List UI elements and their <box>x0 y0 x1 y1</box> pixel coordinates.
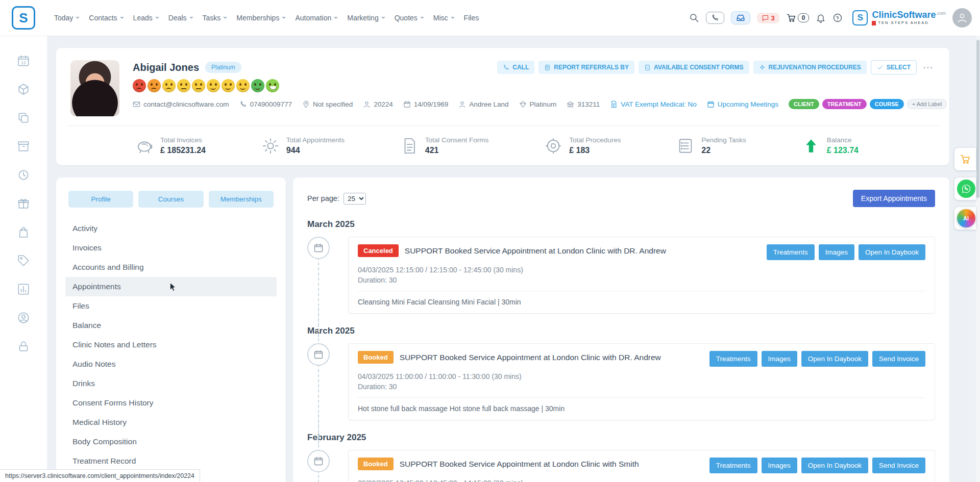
available-consent-forms-button[interactable]: AVAILABLE CONSENT FORMS <box>639 61 749 74</box>
client-phone[interactable]: 07490009777 <box>239 100 292 108</box>
menu-item-files[interactable]: Files <box>65 296 277 316</box>
user-avatar[interactable] <box>952 8 972 28</box>
mood-emoji[interactable] <box>192 79 205 92</box>
cart-button[interactable]: 0 <box>786 13 810 23</box>
brand-logo[interactable]: S ClinicSoftware.com TEN STEPS AHEAD <box>852 10 946 26</box>
mood-emoji[interactable] <box>177 79 190 92</box>
copy-icon[interactable] <box>17 111 30 124</box>
open-in-daybook-button[interactable]: Open In Daybook <box>801 351 868 367</box>
report-referrals-button[interactable]: REPORT REFERRALS BY <box>538 61 634 74</box>
images-button[interactable]: Images <box>819 244 854 260</box>
nav-item-marketing[interactable]: Marketing <box>347 14 385 22</box>
chat-notifications-button[interactable]: 3 <box>757 13 779 23</box>
archive-icon[interactable] <box>17 140 30 153</box>
call-button[interactable]: CALL <box>497 61 534 74</box>
help-icon[interactable] <box>832 13 843 23</box>
timeline-calendar-icon[interactable] <box>307 450 330 472</box>
menu-item-invoices[interactable]: Invoices <box>65 238 277 258</box>
status-badge: Booked <box>358 351 394 364</box>
label-client[interactable]: CLIENT <box>789 99 819 109</box>
images-button[interactable]: Images <box>762 458 797 473</box>
timeline-calendar-icon[interactable] <box>307 343 330 366</box>
reports-icon[interactable] <box>17 283 30 296</box>
mood-emoji[interactable] <box>162 79 176 92</box>
chevron-down-icon <box>334 17 338 19</box>
whatsapp-widget[interactable] <box>954 177 976 200</box>
nav-item-automation[interactable]: Automation <box>295 14 338 22</box>
nav-item-deals[interactable]: Deals <box>168 14 193 22</box>
menu-item-drinks[interactable]: Drinks <box>65 374 277 393</box>
treatments-button[interactable]: Treatments <box>709 351 757 367</box>
menu-item-body-composition[interactable]: Body Composition <box>65 432 277 451</box>
send-invoice-button[interactable]: Send Invoice <box>872 351 925 367</box>
per-page-select[interactable]: 25 <box>344 193 366 205</box>
menu-item-accounts-and-billing[interactable]: Accounts and Billing <box>65 258 277 277</box>
app-logo[interactable]: S <box>0 6 47 30</box>
dialer-button[interactable] <box>706 12 724 24</box>
open-in-daybook-button[interactable]: Open In Daybook <box>859 244 925 260</box>
menu-item-treatment-record[interactable]: Treatment Record <box>65 451 277 471</box>
tab-profile[interactable]: Profile <box>68 191 133 208</box>
account-icon[interactable] <box>17 311 30 324</box>
menu-item-audio-notes[interactable]: Audio Notes <box>65 354 277 374</box>
menu-item-clinic-notes-and-letters[interactable]: Clinic Notes and Letters <box>65 335 277 354</box>
tab-memberships[interactable]: Memberships <box>209 191 274 208</box>
menu-item-medical-history[interactable]: Medical History <box>65 413 277 432</box>
bell-icon[interactable] <box>816 13 826 23</box>
cart-widget[interactable] <box>954 148 976 170</box>
mood-emoji[interactable] <box>133 79 146 92</box>
nav-item-files[interactable]: Files <box>464 14 479 22</box>
menu-item-balance[interactable]: Balance <box>65 316 277 335</box>
history-icon[interactable] <box>17 168 30 182</box>
treatments-button[interactable]: Treatments <box>767 244 815 260</box>
more-actions-button[interactable]: ⋯ <box>921 61 935 73</box>
mood-rating-row <box>133 79 935 92</box>
lock-icon[interactable] <box>17 340 30 353</box>
client-photo[interactable] <box>70 60 119 116</box>
timeline-calendar-icon[interactable] <box>307 237 330 259</box>
nav-item-contacts[interactable]: Contacts <box>89 14 124 22</box>
nav-item-misc[interactable]: Misc <box>433 14 455 22</box>
diamond-icon <box>519 100 527 108</box>
menu-item-consent-forms-history[interactable]: Consent Forms History <box>65 393 277 413</box>
mood-emoji[interactable] <box>236 79 250 92</box>
shopping-bag-icon[interactable] <box>17 225 30 239</box>
nav-item-tasks[interactable]: Tasks <box>203 14 228 22</box>
inbox-button[interactable] <box>731 11 750 24</box>
products-icon[interactable] <box>17 83 30 96</box>
upcoming-meetings-link[interactable]: Upcoming Meetings <box>707 100 778 108</box>
scrollbar-thumb[interactable] <box>976 40 979 198</box>
appointment-title: SUPPORT Booked Service Appointment at Lo… <box>400 458 639 469</box>
treatments-button[interactable]: Treatments <box>709 458 757 473</box>
search-icon[interactable] <box>689 13 699 23</box>
open-in-daybook-button[interactable]: Open In Daybook <box>801 458 868 473</box>
nav-item-leads[interactable]: Leads <box>133 14 159 22</box>
nav-item-memberships[interactable]: Memberships <box>236 14 286 22</box>
tag-icon[interactable] <box>17 254 30 267</box>
gift-icon[interactable] <box>17 197 30 210</box>
label-treatment[interactable]: TREATMENT <box>822 99 867 109</box>
mood-emoji[interactable] <box>251 79 264 92</box>
ai-widget[interactable]: AI <box>954 207 976 230</box>
mood-emoji[interactable] <box>222 79 235 92</box>
export-appointments-button[interactable]: Export Appointments <box>853 190 935 207</box>
images-button[interactable]: Images <box>762 351 797 367</box>
mood-emoji[interactable] <box>148 79 161 92</box>
mood-emoji[interactable] <box>207 79 220 92</box>
tab-courses[interactable]: Courses <box>138 191 203 208</box>
select-button[interactable]: SELECT <box>871 60 917 74</box>
menu-item-activity[interactable]: Activity <box>65 219 277 238</box>
send-invoice-button[interactable]: Send Invoice <box>872 458 925 473</box>
client-vat-status[interactable]: VAT Exempt Medical: No <box>610 100 697 108</box>
appointment-group: March 2025 Booked SUPPORT Booked Service… <box>307 326 935 420</box>
mood-emoji[interactable] <box>266 79 279 92</box>
client-email[interactable]: contact@clinicsoftware.com <box>133 100 229 108</box>
add-label-button[interactable]: + Add Label <box>907 99 947 109</box>
nav-item-quotes[interactable]: Quotes <box>395 14 424 22</box>
page-scrollbar[interactable] <box>976 36 980 482</box>
menu-item-appointments[interactable]: Appointments <box>65 277 277 296</box>
label-course[interactable]: COURSE <box>870 99 904 109</box>
calendar-icon[interactable] <box>17 54 30 67</box>
nav-item-today[interactable]: Today <box>54 14 80 22</box>
rejuvenation-procedures-button[interactable]: REJUVENATION PROCEDURES <box>753 61 867 74</box>
